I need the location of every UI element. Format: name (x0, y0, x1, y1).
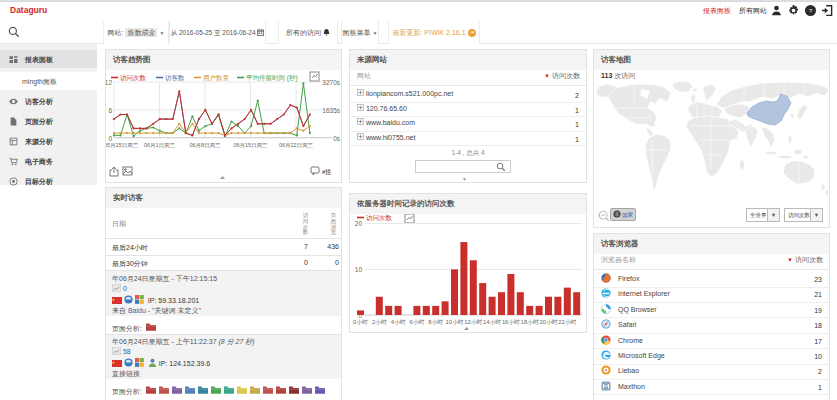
svg-text:20: 20 (355, 220, 363, 227)
svg-text:10: 10 (355, 266, 363, 273)
svg-text:0小时: 0小时 (353, 319, 368, 325)
svg-text:20小时: 20小时 (539, 319, 557, 325)
svg-text:12小时: 12小时 (464, 319, 482, 325)
svg-text:平均停留时间 (秒): 平均停留时间 (秒) (246, 74, 298, 82)
svg-text:06月15日周三: 06月15日周三 (233, 142, 268, 149)
svg-text:18小时: 18小时 (521, 319, 539, 325)
svg-text:06月22日周三: 06月22日周三 (279, 142, 314, 149)
svg-text:0s: 0s (333, 135, 341, 142)
svg-text:2小时: 2小时 (372, 319, 387, 325)
svg-text:0: 0 (108, 135, 112, 142)
svg-text:访客数: 访客数 (165, 74, 185, 82)
svg-text:访问次数: 访问次数 (120, 74, 147, 82)
svg-text:访问次数: 访问次数 (366, 214, 393, 222)
svg-text:6小时: 6小时 (409, 319, 424, 325)
svg-text:用户数量: 用户数量 (203, 74, 230, 82)
svg-text:4小时: 4小时 (391, 319, 406, 325)
svg-text:8小时: 8小时 (428, 319, 443, 325)
svg-text:12: 12 (106, 79, 112, 86)
svg-text:06月8日周三: 06月8日周三 (189, 142, 221, 149)
svg-text:05月25日周三: 05月25日周三 (106, 142, 139, 149)
svg-text:14小时: 14小时 (483, 319, 501, 325)
svg-text:06月1日周三: 06月1日周三 (144, 142, 176, 149)
svg-text:3270s: 3270s (322, 79, 340, 86)
svg-text:6: 6 (108, 107, 112, 114)
svg-text:1635s: 1635s (322, 107, 340, 114)
svg-text:22小时: 22小时 (558, 319, 576, 325)
svg-text:10小时: 10小时 (445, 319, 463, 325)
svg-text:16小时: 16小时 (502, 319, 520, 325)
svg-text:#注: #注 (322, 168, 331, 175)
